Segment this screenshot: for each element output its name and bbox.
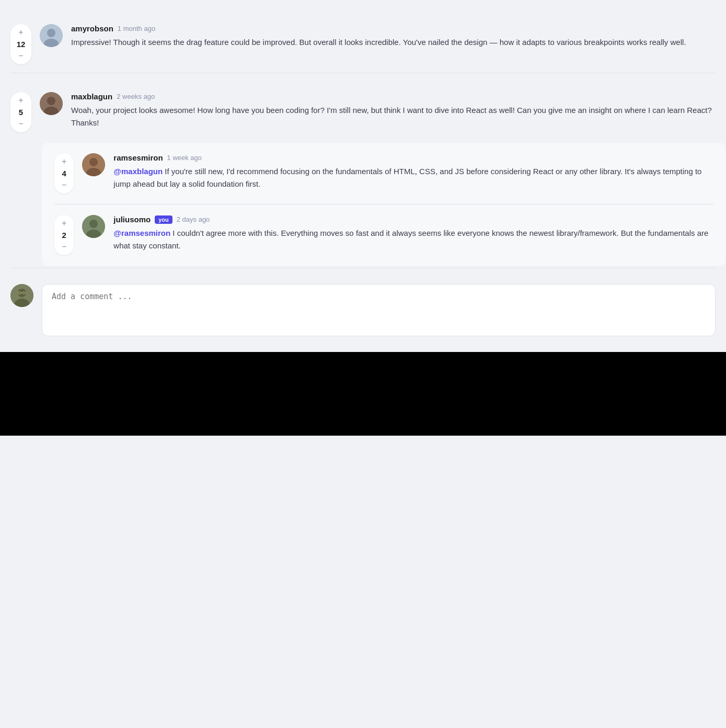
- comment-header-reply-1: ramsesmiron 1 week ago: [113, 153, 713, 162]
- timestamp-reply-2: 2 days ago: [177, 215, 210, 223]
- comment-text-1: Impressive! Though it seems the drag fea…: [71, 36, 716, 49]
- downvote-button-2[interactable]: −: [16, 119, 25, 129]
- divider-1: [10, 73, 716, 73]
- vote-count-reply-2: 2: [62, 231, 66, 240]
- svg-point-4: [47, 97, 55, 105]
- vote-count-1: 12: [17, 40, 26, 49]
- comment-header-1: amyrobson 1 month ago: [71, 24, 716, 33]
- upvote-button-2[interactable]: +: [16, 95, 25, 106]
- username-juliusomo: juliusomo: [113, 215, 151, 224]
- vote-control-1: + 12 −: [10, 24, 31, 64]
- username-amyrobson: amyrobson: [71, 24, 113, 33]
- vote-count-reply-1: 4: [62, 169, 66, 178]
- reply-item-ramsesmiron: + 4 − ramsesmiron 1 week ago: [42, 143, 726, 204]
- reply-item-juliusomo: + 2 − juliusomo you 2 days ago: [42, 204, 726, 266]
- comment-thread-2: + 5 − maxblagun 2 weeks ago Woah, your p…: [0, 78, 726, 274]
- vote-count-2: 5: [19, 108, 23, 117]
- comment-text-reply-2: @ramsesmiron I couldn't agree more with …: [113, 227, 713, 252]
- downvote-reply-2[interactable]: −: [60, 242, 68, 252]
- timestamp-1: 1 month ago: [118, 25, 155, 32]
- comment-item-2: + 5 − maxblagun 2 weeks ago Woah, your p…: [0, 84, 726, 141]
- vote-control-reply-1: + 4 −: [54, 153, 74, 194]
- add-comment-section: [0, 274, 726, 352]
- divider-2: [10, 268, 716, 268]
- vote-control-reply-2: + 2 −: [54, 215, 74, 255]
- username-ramsesmiron: ramsesmiron: [113, 153, 163, 162]
- comment-thread-1: + 12 − amyrobson 1 month ago Impressive!…: [0, 10, 726, 78]
- add-comment-input[interactable]: [42, 284, 716, 336]
- downvote-reply-1[interactable]: −: [60, 180, 68, 190]
- svg-point-7: [89, 158, 98, 166]
- mention-ramsesmiron: @ramsesmiron: [113, 229, 170, 237]
- upvote-button-1[interactable]: +: [16, 27, 25, 38]
- bottom-black-bar: [0, 352, 726, 436]
- svg-point-10: [89, 220, 98, 228]
- avatar-current-user: [10, 284, 33, 307]
- username-maxblagun: maxblagun: [71, 92, 112, 101]
- downvote-button-1[interactable]: −: [16, 51, 25, 61]
- comment-body-1: amyrobson 1 month ago Impressive! Though…: [71, 24, 716, 49]
- comments-container: + 12 − amyrobson 1 month ago Impressive!…: [0, 0, 726, 352]
- avatar-ramsesmiron: [82, 153, 105, 176]
- vote-control-2: + 5 −: [10, 92, 31, 132]
- upvote-reply-2[interactable]: +: [60, 218, 68, 229]
- upvote-reply-1[interactable]: +: [60, 156, 68, 167]
- comment-item-1: + 12 − amyrobson 1 month ago Impressive!…: [0, 16, 726, 73]
- comment-header-2: maxblagun 2 weeks ago: [71, 92, 716, 101]
- comment-header-reply-2: juliusomo you 2 days ago: [113, 215, 713, 224]
- comment-text-2: Woah, your project looks awesome! How lo…: [71, 104, 716, 129]
- timestamp-reply-1: 1 week ago: [167, 154, 202, 162]
- comment-body-reply-1: ramsesmiron 1 week ago @maxblagun If you…: [113, 153, 713, 190]
- you-badge: you: [155, 215, 172, 224]
- comment-body-2: maxblagun 2 weeks ago Woah, your project…: [71, 92, 716, 129]
- comment-text-reply-1: @maxblagun If you're still new, I'd reco…: [113, 165, 713, 190]
- avatar-juliusomo: [82, 215, 105, 238]
- comment-body-reply-2: juliusomo you 2 days ago @ramsesmiron I …: [113, 215, 713, 252]
- svg-point-1: [47, 29, 55, 37]
- mention-maxblagun: @maxblagun: [113, 167, 163, 176]
- avatar-amyrobson: [40, 24, 63, 47]
- timestamp-2: 2 weeks ago: [117, 93, 155, 100]
- replies-container-2: + 4 − ramsesmiron 1 week ago: [42, 143, 726, 266]
- avatar-maxblagun: [40, 92, 63, 115]
